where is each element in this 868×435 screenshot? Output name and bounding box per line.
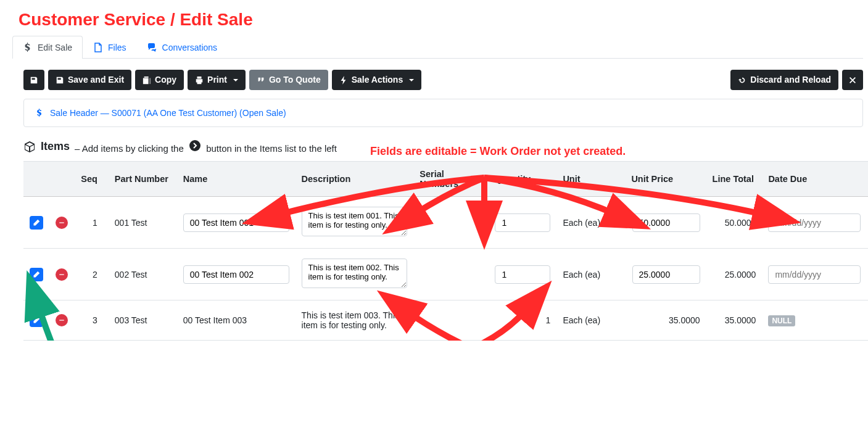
col-serial: Serial Numbers bbox=[413, 162, 488, 197]
col-unit: Unit bbox=[556, 162, 625, 197]
table-row: 1001 TestThis is test item 001. This ite… bbox=[23, 197, 868, 249]
tabs: Edit Sale Files Conversations bbox=[12, 36, 863, 59]
unit-price-input[interactable] bbox=[632, 265, 700, 284]
remove-row-button[interactable] bbox=[56, 314, 68, 326]
print-icon bbox=[195, 76, 204, 85]
dollar-icon bbox=[23, 43, 33, 52]
subtitle-pre: – Add items by clicking the bbox=[75, 143, 184, 154]
description-input[interactable]: This is test item 001. This item is for … bbox=[302, 207, 408, 236]
print-button[interactable]: Print bbox=[188, 70, 246, 90]
col-seq: Seq bbox=[75, 162, 109, 197]
caret-down-icon bbox=[233, 79, 238, 81]
annotation-editable: Fields are editable = Work Order not yet… bbox=[370, 145, 626, 158]
seq-value: 3 bbox=[93, 315, 97, 325]
description-input[interactable]: This is test item 002. This item is for … bbox=[302, 259, 408, 288]
cube-icon bbox=[23, 141, 36, 153]
sale-header-text: Sale Header — S00071 (AA One Test Custom… bbox=[50, 108, 286, 118]
save-icon bbox=[56, 76, 64, 85]
button-label: Copy bbox=[155, 73, 176, 86]
svg-rect-1 bbox=[60, 222, 65, 223]
tab-label: Conversations bbox=[162, 43, 218, 52]
part-number-value: 002 Test bbox=[115, 270, 147, 280]
line-total-value: 25.0000 bbox=[725, 270, 756, 280]
button-label: Print bbox=[207, 73, 227, 86]
sale-header-card[interactable]: Sale Header — S00071 (AA One Test Custom… bbox=[23, 99, 863, 127]
quantity-value: 1 bbox=[546, 315, 551, 325]
subtitle-post: button in the Items list to the left bbox=[206, 143, 337, 154]
undo-icon bbox=[738, 76, 746, 85]
close-button[interactable] bbox=[842, 70, 863, 90]
quantity-input[interactable] bbox=[495, 265, 550, 284]
save-button[interactable] bbox=[23, 70, 44, 90]
line-total-value: 50.0000 bbox=[725, 218, 756, 228]
pencil-icon bbox=[33, 317, 40, 324]
col-quantity: Quantity bbox=[488, 162, 556, 197]
col-description: Description bbox=[296, 162, 414, 197]
line-total-value: 35.0000 bbox=[725, 315, 756, 325]
unit-value: Each (ea) bbox=[563, 270, 600, 280]
pencil-icon bbox=[33, 219, 40, 226]
edit-row-button[interactable] bbox=[30, 216, 43, 230]
caret-down-icon bbox=[409, 79, 414, 81]
discard-button[interactable]: Discard and Reload bbox=[730, 70, 838, 90]
minus-icon bbox=[59, 220, 65, 226]
quantity-input[interactable] bbox=[495, 213, 550, 232]
unit-price-value: 35.0000 bbox=[669, 315, 700, 325]
col-date-due: Date Due bbox=[762, 162, 868, 197]
go-to-quote-button[interactable]: Go To Quote bbox=[249, 70, 328, 90]
button-label: Discard and Reload bbox=[750, 73, 831, 86]
toolbar: Save and Exit Copy Print Go To Quote Sal… bbox=[0, 59, 868, 99]
col-part-number: Part Number bbox=[109, 162, 177, 197]
minus-icon bbox=[59, 271, 65, 278]
file-icon bbox=[93, 43, 103, 52]
unit-value: Each (ea) bbox=[563, 218, 600, 228]
tab-conversations[interactable]: Conversations bbox=[137, 36, 228, 59]
date-due-input[interactable] bbox=[768, 213, 861, 232]
seq-value: 1 bbox=[93, 218, 97, 228]
minus-icon bbox=[59, 317, 65, 323]
tab-label: Files bbox=[108, 43, 126, 52]
sale-actions-button[interactable]: Sale Actions bbox=[332, 70, 422, 90]
col-line-total: Line Total bbox=[706, 162, 763, 197]
col-unit-price: Unit Price bbox=[625, 162, 706, 197]
edit-row-button[interactable] bbox=[30, 268, 43, 281]
tab-label: Edit Sale bbox=[38, 43, 72, 52]
svg-point-0 bbox=[189, 140, 200, 151]
pencil-icon bbox=[33, 271, 40, 278]
part-number-value: 001 Test bbox=[115, 218, 147, 228]
quote-icon bbox=[257, 76, 265, 85]
chat-icon bbox=[147, 43, 157, 52]
arrow-right-circle-icon bbox=[189, 139, 201, 152]
name-value: 00 Test Item 003 bbox=[183, 315, 247, 325]
col-name: Name bbox=[177, 162, 296, 197]
tab-edit-sale[interactable]: Edit Sale bbox=[12, 36, 83, 59]
sale-header-link[interactable]: Sale Header — S00071 (AA One Test Custom… bbox=[35, 108, 851, 118]
close-icon bbox=[848, 76, 857, 85]
items-subtitle: – Add items by clicking the button in th… bbox=[75, 139, 337, 154]
svg-rect-3 bbox=[60, 320, 65, 320]
tab-files[interactable]: Files bbox=[83, 36, 137, 59]
save-icon bbox=[30, 76, 38, 85]
bolt-icon bbox=[339, 76, 348, 85]
date-due-input[interactable] bbox=[768, 265, 861, 284]
date-due-null-badge: NULL bbox=[768, 315, 795, 326]
seq-value: 2 bbox=[93, 270, 97, 280]
remove-row-button[interactable] bbox=[56, 268, 68, 281]
edit-row-button[interactable] bbox=[30, 313, 43, 327]
copy-button[interactable]: Copy bbox=[135, 70, 184, 90]
save-exit-button[interactable]: Save and Exit bbox=[48, 70, 131, 90]
part-number-value: 003 Test bbox=[115, 315, 147, 325]
remove-row-button[interactable] bbox=[56, 217, 68, 229]
table-row: 2002 TestThis is test item 002. This ite… bbox=[23, 249, 868, 300]
description-value: This is test item 003. This item is for … bbox=[302, 310, 399, 330]
name-input[interactable] bbox=[183, 213, 289, 232]
copy-icon bbox=[143, 76, 151, 85]
button-label: Go To Quote bbox=[269, 73, 321, 86]
items-table: Seq Part Number Name Description Serial … bbox=[23, 161, 868, 341]
button-label: Save and Exit bbox=[68, 73, 124, 86]
unit-value: Each (ea) bbox=[563, 315, 600, 325]
page-title: Customer Service / Edit Sale bbox=[0, 0, 868, 36]
unit-price-input[interactable] bbox=[632, 213, 700, 232]
name-input[interactable] bbox=[183, 265, 289, 284]
svg-rect-2 bbox=[60, 274, 65, 275]
